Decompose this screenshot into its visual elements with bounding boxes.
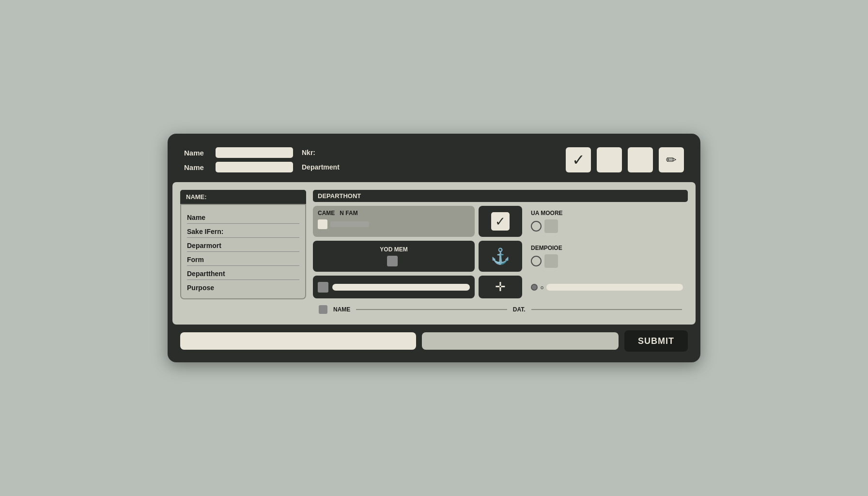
submit-button[interactable]: SUBMIT: [624, 330, 688, 352]
move-crosshair-icon: ✛: [495, 279, 506, 294]
bottom-bar: SUBMIT: [172, 325, 696, 357]
left-panel-header: NAME:: [180, 190, 306, 204]
checkbox-empty-2[interactable]: [628, 147, 653, 172]
top-bar-row-1: Name Nkr:: [184, 147, 557, 158]
name-date-row: NAME DAT.: [313, 302, 688, 317]
mid-checkbox-checked[interactable]: ✓: [491, 212, 510, 231]
cell-move-icon[interactable]: ✛: [479, 276, 522, 298]
dempoioe-box[interactable]: [544, 254, 558, 268]
top-bar-label-1: Name: [184, 149, 211, 157]
cell-yod-mem: YOD MEM: [313, 241, 475, 272]
cell-slider-area: o: [526, 276, 688, 298]
yod-mem-checkbox[interactable]: [387, 256, 398, 266]
dempoioe-circle: [531, 256, 542, 266]
cell-dempoioe: DEMPOIOE: [526, 241, 688, 272]
left-label-dept: Deparmort: [187, 242, 299, 249]
cell-check-mid[interactable]: ✓: [479, 206, 522, 237]
yod-mem-row: [387, 256, 401, 266]
cell-ua-moore: UA MOORE: [526, 206, 688, 237]
left-label-name: Name: [187, 214, 299, 221]
top-bar-row-2: Name Department: [184, 162, 557, 172]
left-field-dept: Deparmort: [187, 238, 299, 252]
name-line: [356, 309, 507, 310]
left-panel: NAME: Name Sake IFern: Deparmort Form De…: [180, 190, 306, 317]
came-fam-rect: [330, 221, 369, 227]
bottom-input-mid[interactable]: [422, 332, 619, 350]
dempoioe-row: [531, 254, 683, 268]
left-field-department: Departthent: [187, 266, 299, 280]
top-bar-extra-2: Department: [302, 163, 340, 171]
top-bar-input-1[interactable]: [216, 147, 293, 158]
toggle-checkbox[interactable]: [318, 282, 328, 293]
ua-moore-circle: [531, 221, 542, 232]
top-bar-fields: Name Nkr: Name Department: [184, 147, 557, 172]
left-field-form: Form: [187, 252, 299, 266]
cell-came-fam: CAME N FAM: [313, 206, 475, 237]
cell-came-fam-title: CAME N FAM: [318, 210, 470, 217]
cell-anchor-mid[interactable]: ⚓: [479, 241, 522, 272]
left-label-sake: Sake IFern:: [187, 228, 299, 235]
right-panel: DEPARTHONT CAME N FAM ✓ UA MOORE: [313, 190, 688, 317]
top-bar-label-2: Name: [184, 163, 211, 171]
grid-area: CAME N FAM ✓ UA MOORE: [313, 206, 688, 317]
top-bar-controls: ✓ ✏: [566, 147, 684, 172]
ua-moore-box[interactable]: [544, 219, 558, 233]
left-label-purpose: Purpose: [187, 284, 299, 292]
ua-moore-row: [531, 219, 683, 233]
came-fam-row: [318, 219, 470, 229]
left-field-name: Name: [187, 210, 299, 224]
dempoioe-title: DEMPOIOE: [531, 245, 683, 251]
anchor-icon: ⚓: [491, 248, 510, 264]
right-panel-header: DEPARTHONT: [313, 190, 688, 202]
left-field-sake: Sake IFern:: [187, 224, 299, 238]
left-field-purpose: Purpose: [187, 280, 299, 294]
ua-moore-title: UA MOORE: [531, 210, 683, 217]
top-bar-input-2[interactable]: [216, 162, 293, 172]
left-label-department: Departthent: [187, 270, 299, 278]
top-bar: Name Nkr: Name Department ✓ ✏: [172, 139, 696, 180]
slider-circle: [531, 284, 538, 291]
came-fam-checkbox[interactable]: [318, 219, 327, 229]
slider-track[interactable]: [546, 284, 683, 291]
checkbox-empty-1[interactable]: [597, 147, 622, 172]
slider-label: o: [541, 284, 543, 290]
toggle-bar[interactable]: [332, 284, 470, 291]
checkbox-checked-icon[interactable]: ✓: [566, 147, 591, 172]
bottom-input-wide[interactable]: [180, 332, 416, 350]
cell-toggle-area: [313, 276, 475, 298]
name-date-checkbox[interactable]: [319, 305, 327, 314]
date-line: [531, 309, 682, 310]
left-fields-box: Name Sake IFern: Deparmort Form Departth…: [180, 204, 306, 299]
left-label-form: Form: [187, 256, 299, 264]
pencil-icon[interactable]: ✏: [659, 147, 684, 172]
name-label: NAME: [333, 306, 350, 313]
yod-mem-title: YOD MEM: [380, 246, 407, 253]
top-bar-extra-1: Nkr:: [302, 149, 315, 156]
main-window: Name Nkr: Name Department ✓ ✏ NAME: Name: [168, 134, 700, 362]
content-area: NAME: Name Sake IFern: Deparmort Form De…: [172, 182, 696, 325]
date-label: DAT.: [513, 306, 526, 313]
